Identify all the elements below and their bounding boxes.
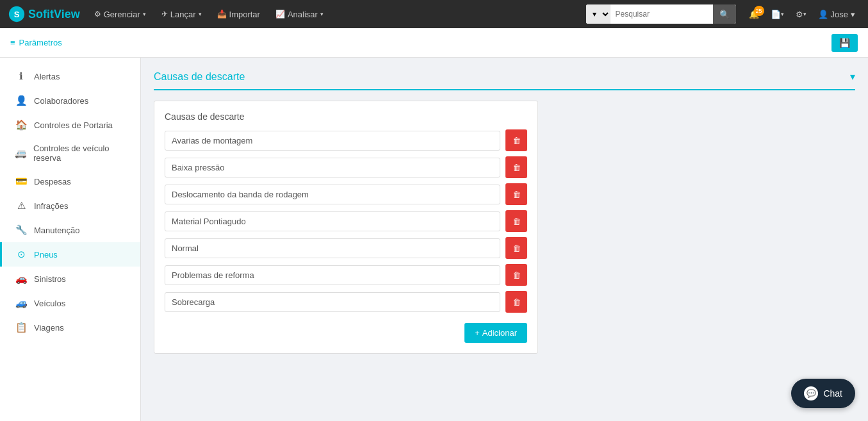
delete-button-4[interactable]: 🗑	[505, 237, 527, 259]
main-content: Causas de descarte ▾ Causas de descarte …	[141, 58, 868, 421]
settings-button[interactable]: ⚙ ▾	[792, 7, 810, 22]
section-collapse-icon[interactable]: ▾	[850, 70, 855, 83]
section-title: Causas de descarte	[154, 71, 245, 83]
sidebar: ℹ Alertas 👤 Colaboradores 🏠 Controles de…	[0, 58, 141, 421]
item-row: 🗑	[165, 237, 527, 259]
item-input-4[interactable]	[165, 238, 500, 258]
card-causas-descarte: Causas de descarte 🗑 🗑 🗑 🗑 🗑 🗑 🗑	[154, 101, 538, 354]
item-input-6[interactable]	[165, 292, 500, 312]
item-row: 🗑	[165, 291, 527, 313]
delete-button-5[interactable]: 🗑	[505, 264, 527, 286]
sidebar-item-infracoes[interactable]: ⚠ Infrações	[0, 194, 140, 218]
chevron-down-icon: ▾	[199, 11, 202, 17]
menu-icon: ≡	[10, 38, 15, 47]
items-container: 🗑 🗑 🗑 🗑 🗑 🗑 🗑	[165, 129, 527, 313]
tire-icon: ⊙	[15, 249, 28, 260]
sidebar-item-controles-portaria[interactable]: 🏠 Controles de Portaria	[0, 113, 140, 137]
item-input-0[interactable]	[165, 131, 500, 151]
chat-icon: 💬	[804, 386, 818, 400]
search-category-select[interactable]: ▾	[586, 4, 610, 24]
chevron-down-icon: ▾	[143, 11, 146, 17]
accident-icon: 🚗	[15, 273, 28, 285]
sidebar-item-manutencao[interactable]: 🔧 Manutenção	[0, 218, 140, 242]
params-bar: ≡ Parâmetros 💾	[0, 28, 868, 58]
delete-button-2[interactable]: 🗑	[505, 183, 527, 205]
chat-button[interactable]: 💬 Chat	[791, 379, 855, 408]
section-header: Causas de descarte ▾	[154, 70, 855, 90]
user-menu[interactable]: 👤 Jose ▾	[813, 10, 860, 19]
delete-button-3[interactable]: 🗑	[505, 210, 527, 232]
item-row: 🗑	[165, 129, 527, 151]
nav-lancar[interactable]: ✈ Lançar ▾	[155, 0, 208, 28]
item-input-3[interactable]	[165, 211, 500, 231]
infraction-icon: ⚠	[15, 200, 28, 211]
plus-icon: +	[475, 328, 480, 338]
card-title: Causas de descarte	[165, 111, 527, 122]
sidebar-item-pneus[interactable]: ⊙ Pneus	[0, 242, 140, 267]
sidebar-item-sinistros[interactable]: 🚗 Sinistros	[0, 267, 140, 291]
add-button[interactable]: + Adicionar	[464, 323, 527, 343]
svg-text:S: S	[14, 10, 20, 19]
sidebar-item-colaboradores[interactable]: 👤 Colaboradores	[0, 88, 140, 113]
search-input[interactable]	[610, 4, 713, 24]
user-icon: 👤	[15, 95, 28, 106]
brand: S SofitView	[8, 5, 80, 23]
item-row: 🗑	[165, 210, 527, 232]
sidebar-item-alertas[interactable]: ℹ Alertas	[0, 64, 140, 88]
delete-button-1[interactable]: 🗑	[505, 156, 527, 178]
documents-button[interactable]: 📄 ▾	[767, 7, 788, 22]
save-button[interactable]: 💾	[831, 34, 858, 52]
sidebar-item-viagens[interactable]: 📋 Viagens	[0, 315, 140, 340]
vehicle-icon: 🚙	[15, 297, 28, 309]
search-container: ▾ 🔍	[586, 4, 736, 24]
nav-gerenciar[interactable]: ⚙ Gerenciar ▾	[88, 0, 152, 28]
sidebar-item-veiculos[interactable]: 🚙 Veículos	[0, 291, 140, 315]
params-breadcrumb[interactable]: ≡ Parâmetros	[10, 38, 62, 47]
search-button[interactable]: 🔍	[713, 4, 736, 24]
item-row: 🗑	[165, 156, 527, 178]
car-reserve-icon: 🚐	[15, 147, 27, 159]
navbar: S SofitView ⚙ Gerenciar ▾ ✈ Lançar ▾ 📥 I…	[0, 0, 868, 28]
item-row: 🗑	[165, 264, 527, 286]
item-row: 🗑	[165, 183, 527, 205]
expense-icon: 💳	[15, 176, 28, 187]
wrench-icon: 🔧	[15, 224, 28, 236]
chevron-down-icon: ▾	[320, 11, 323, 17]
item-input-1[interactable]	[165, 158, 500, 177]
delete-button-6[interactable]: 🗑	[505, 291, 527, 313]
info-icon: ℹ	[15, 70, 28, 82]
chevron-down-icon: ▾	[851, 10, 855, 19]
sidebar-item-controles-veiculo[interactable]: 🚐 Controles de veículo reserva	[0, 137, 140, 169]
item-input-5[interactable]	[165, 265, 500, 285]
nav-analisar[interactable]: 📈 Analisar ▾	[269, 0, 330, 28]
delete-button-0[interactable]: 🗑	[505, 129, 527, 151]
item-input-2[interactable]	[165, 185, 500, 204]
nav-importar[interactable]: 📥 Importar	[211, 0, 266, 28]
notification-badge: 25	[754, 6, 764, 16]
gate-icon: 🏠	[15, 119, 28, 131]
brand-name: SofitView	[28, 8, 80, 21]
sidebar-item-despesas[interactable]: 💳 Despesas	[0, 169, 140, 194]
brand-logo-icon: S	[8, 5, 26, 23]
notifications-button[interactable]: 🔔 25	[745, 7, 763, 22]
nav-icons: 🔔 25 📄 ▾ ⚙ ▾	[745, 7, 810, 22]
main-layout: ℹ Alertas 👤 Colaboradores 🏠 Controles de…	[0, 58, 868, 421]
trips-icon: 📋	[15, 322, 28, 333]
